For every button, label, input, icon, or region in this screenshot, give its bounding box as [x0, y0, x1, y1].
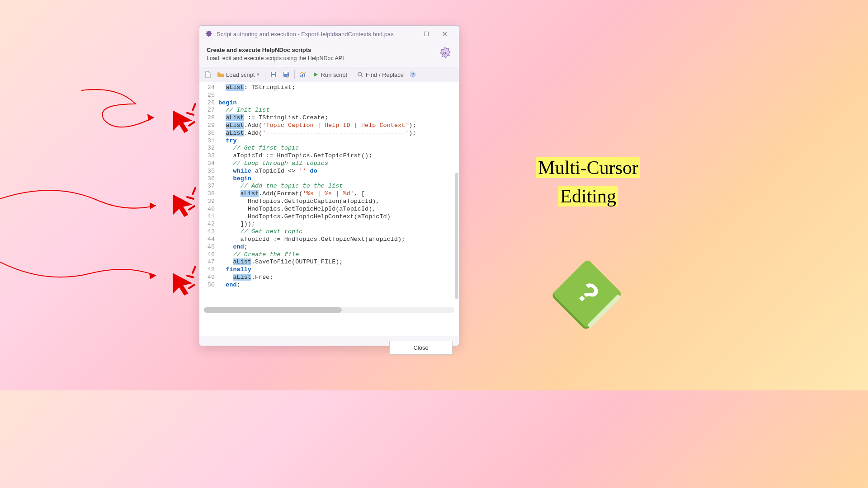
cursor-arrow-1: [170, 108, 194, 133]
horizontal-scrollbar[interactable]: [204, 307, 454, 313]
code-area[interactable]: aList: TStringList; begin // Init list a…: [218, 82, 416, 289]
svg-rect-22: [272, 72, 275, 74]
annotation-arrow-3: [0, 253, 172, 307]
cursor-arrow-3: [170, 271, 194, 296]
minimize-button[interactable]: [417, 31, 435, 38]
api-gear-icon: API: [438, 47, 452, 60]
script-dialog: Script authoring and execution - ExportH…: [199, 25, 459, 346]
annotation-title: Multi-Cursor Editing: [536, 154, 640, 211]
svg-marker-0: [147, 114, 154, 121]
svg-line-29: [361, 75, 363, 77]
window-title: Script authoring and execution - ExportH…: [217, 31, 417, 38]
titlebar[interactable]: Script authoring and execution - ExportH…: [199, 26, 459, 42]
code-editor[interactable]: 2425262728293031323334353637383940414243…: [199, 82, 459, 313]
svg-rect-25: [300, 75, 302, 77]
svg-marker-2: [149, 273, 156, 279]
new-file-button[interactable]: [202, 70, 214, 80]
svg-rect-24: [284, 72, 288, 74]
svg-point-28: [358, 72, 362, 76]
load-script-button[interactable]: Load script ▼: [215, 70, 263, 80]
svg-rect-23: [272, 75, 275, 77]
toolbar: Load script ▼ Run script Find / Replace …: [199, 67, 459, 82]
vertical-scrollbar[interactable]: [455, 173, 458, 299]
run-script-button[interactable]: Run script: [310, 70, 350, 80]
svg-text:?: ?: [411, 72, 414, 77]
build-button[interactable]: [297, 70, 309, 80]
scrollbar-thumb[interactable]: [204, 307, 342, 313]
save-button[interactable]: [268, 70, 279, 80]
dialog-header: Create and execute HelpNDoc scripts Load…: [199, 42, 459, 67]
header-subtitle: Load, edit and execute scripts using the…: [207, 55, 438, 61]
close-x-button[interactable]: ✕: [435, 30, 453, 38]
svg-rect-26: [302, 74, 303, 77]
find-replace-button[interactable]: Find / Replace: [354, 70, 406, 80]
annotation-arrow-2: [0, 181, 172, 235]
header-title: Create and execute HelpNDoc scripts: [207, 47, 438, 53]
annotation-arrow-1: [0, 81, 172, 145]
close-button[interactable]: Close: [389, 341, 453, 355]
cursor-arrow-2: [170, 192, 194, 217]
save-as-button[interactable]: [280, 70, 292, 80]
svg-text:API: API: [443, 52, 448, 55]
app-icon: [205, 30, 213, 38]
svg-marker-1: [150, 202, 156, 209]
dialog-footer: Close: [199, 336, 459, 359]
help-button[interactable]: ?: [407, 70, 419, 80]
help-book-icon: ?: [541, 255, 631, 336]
line-gutter: 2425262728293031323334353637383940414243…: [199, 82, 218, 289]
output-panel: [199, 313, 459, 336]
